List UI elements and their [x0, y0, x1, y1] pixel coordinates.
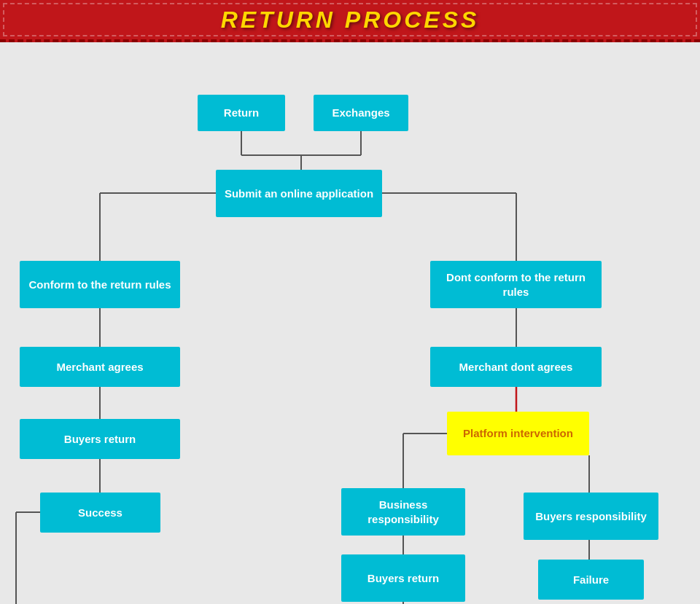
diagram: Return Exchanges Submit an online applic… [0, 42, 700, 604]
business-resp-box: Business responsibility [341, 488, 465, 536]
merchant-dont-box: Merchant dont agrees [430, 347, 602, 387]
exchanges-box: Exchanges [314, 95, 408, 131]
conform-box: Conform to the return rules [20, 261, 180, 308]
page: RETURN PROCESS [0, 0, 700, 604]
buyers-return-right-box: Buyers return [341, 554, 465, 602]
buyers-resp-box: Buyers responsibility [524, 493, 658, 540]
platform-box: Platform intervention [447, 412, 589, 455]
success-box: Success [40, 493, 160, 533]
dont-conform-box: Dont conform to the return rules [430, 261, 602, 308]
buyers-return-left-box: Buyers return [20, 419, 180, 459]
header: RETURN PROCESS [0, 0, 700, 42]
submit-box: Submit an online application [216, 170, 382, 217]
return-box: Return [198, 95, 285, 131]
merchant-agrees-box: Merchant agrees [20, 347, 180, 387]
page-title: RETURN PROCESS [221, 7, 480, 34]
failure-box: Failure [538, 560, 644, 600]
